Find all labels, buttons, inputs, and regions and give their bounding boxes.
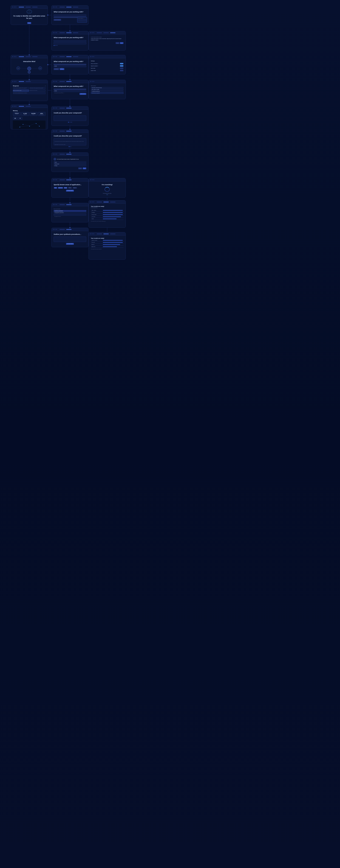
speech-toggle[interactable]: [120, 65, 124, 67]
outline-generate-btn[interactable]: Generate report: [66, 243, 74, 245]
tab-3[interactable]: [73, 56, 78, 57]
property-item-4[interactable]: #Alternative properties: [91, 92, 124, 94]
chip-paperboard[interactable]: Paperboard: [58, 187, 63, 189]
tab-1[interactable]: [60, 229, 65, 230]
tab-1[interactable]: [97, 32, 102, 33]
tab-1[interactable]: [60, 180, 65, 180]
start-button[interactable]: Start: [27, 21, 31, 24]
tab-3[interactable]: [110, 234, 115, 234]
formula-input-9[interactable]: NHNH: [54, 89, 86, 90]
area-energy[interactable]: Energy: [54, 165, 86, 166]
tab-2[interactable]: [26, 56, 31, 57]
tab-1[interactable]: [97, 202, 102, 203]
tab-2[interactable]: [66, 229, 72, 230]
synthesis-chip-input[interactable]: Geographic Process...: [54, 214, 86, 216]
property-item-2[interactable]: Item aspect or quality: [91, 89, 124, 90]
window-dot: [93, 179, 94, 180]
tab-memory[interactable]: [19, 106, 24, 107]
tab-1[interactable]: [60, 56, 65, 57]
screen-compound-4: What compound are you working with? NHNH…: [52, 80, 89, 99]
window-dot: [56, 56, 57, 57]
tab-2[interactable]: [66, 154, 72, 155]
synthesis-item-2[interactable]: Geographic parameters: [54, 212, 86, 213]
chip-energy[interactable]: Energy: [64, 187, 67, 189]
tab-3[interactable]: [110, 32, 115, 33]
dot-2: [70, 122, 70, 123]
tab-2[interactable]: [26, 81, 31, 82]
tab-1[interactable]: [60, 81, 65, 82]
tab-1[interactable]: [97, 234, 102, 234]
area-paper[interactable]: Paper: [54, 161, 86, 163]
bottom-node[interactable]: [28, 71, 31, 73]
compound-input-2[interactable]: [54, 40, 86, 42]
tab-3[interactable]: [73, 7, 78, 7]
voice-toggle[interactable]: [120, 63, 124, 64]
formula-input[interactable]: NHNH: [54, 64, 86, 65]
tab-1[interactable]: [60, 108, 65, 108]
tab-2[interactable]: [66, 7, 72, 7]
describe-textarea-2[interactable]: Lorem ipsum dolor sit amet consectetur a…: [54, 138, 86, 145]
download-btn[interactable]: Download: [54, 68, 59, 70]
tooltip-input2[interactable]: [78, 20, 86, 21]
window-dot: [55, 56, 56, 57]
tab-1[interactable]: [19, 81, 24, 82]
tab-2[interactable]: [103, 202, 109, 203]
tab-home[interactable]: [19, 7, 24, 7]
tab-2[interactable]: [66, 81, 72, 82]
tab-1[interactable]: [60, 204, 65, 205]
dark-toggle[interactable]: [120, 67, 124, 69]
count-12: 12: [13, 117, 18, 120]
tab-1[interactable]: [60, 131, 65, 131]
compound-input-1[interactable]: [54, 14, 86, 16]
paste-button[interactable]: Paste compound: [54, 19, 61, 21]
chip-polymers[interactable]: Polymers: [73, 187, 77, 189]
tab-2[interactable]: [66, 131, 72, 131]
chips-container: Paper Paperboard Energy Plastics Polymer…: [54, 187, 86, 189]
tab-2[interactable]: [103, 234, 109, 234]
tab-2[interactable]: [26, 7, 31, 7]
tab-3[interactable]: [73, 32, 78, 33]
describe-textarea-1[interactable]: [54, 116, 86, 121]
tab-1[interactable]: [60, 7, 65, 7]
left-node[interactable]: Feature: [16, 66, 20, 70]
next-btn[interactable]: Next: [120, 42, 124, 44]
generate-btn[interactable]: Generate report: [66, 190, 74, 192]
tab-1[interactable]: [60, 154, 65, 155]
next-btn-14[interactable]: Next: [83, 167, 86, 169]
property-item-1[interactable]: Secondary chemical formula: [91, 87, 124, 88]
formula-dropdown[interactable]: (Chemical_Formula, PPM, #...): [54, 66, 86, 67]
memory-body: Memory Database SOURCE 4,193 PAPERS 18,9…: [11, 108, 48, 129]
synthesis-item-1[interactable]: Synthesis procedures: [54, 210, 86, 212]
tab-2[interactable]: [66, 32, 72, 33]
tab-2[interactable]: [66, 204, 72, 205]
back-btn[interactable]: Back: [116, 42, 120, 44]
tab-2[interactable]: [103, 32, 109, 33]
property-item-3[interactable]: Conditional preference: [91, 91, 124, 92]
chip-paper[interactable]: Paper: [54, 187, 57, 189]
compound-dropdown-2[interactable]: [54, 42, 86, 44]
results-body-text-2: Lorem ipsum dolor sit amet consectetur: [91, 249, 124, 250]
tab-2[interactable]: [26, 106, 31, 107]
tab-2[interactable]: [66, 108, 72, 108]
outline-textarea[interactable]: [54, 237, 86, 242]
area-paperboard[interactable]: Paperboard: [54, 163, 86, 165]
add-property-btn[interactable]: + Add property: [79, 93, 86, 95]
window-dot: [55, 32, 56, 33]
back-btn-14[interactable]: Back: [78, 167, 82, 169]
tab-3[interactable]: [32, 7, 38, 7]
window-dot: [12, 106, 13, 107]
interactive-mind-title: Interactive Mind: [13, 60, 45, 63]
tab-3[interactable]: [32, 56, 38, 57]
right-node[interactable]: Feature: [38, 66, 42, 70]
tab-2[interactable]: [66, 180, 72, 180]
expert-toggle[interactable]: [120, 70, 124, 71]
formula-drop-9[interactable]: (Chemical_Formula, PPM, #...): [54, 91, 86, 92]
tab-1[interactable]: [60, 32, 65, 33]
chip-plastics[interactable]: Plastics: [68, 187, 72, 189]
analyze-btn[interactable]: Analyze: [60, 68, 64, 70]
window-dot: [92, 202, 93, 203]
tab-3[interactable]: [110, 202, 115, 203]
tooltip-input[interactable]: [78, 19, 86, 20]
tab-2[interactable]: [66, 56, 72, 57]
tab-mind[interactable]: [19, 56, 24, 57]
